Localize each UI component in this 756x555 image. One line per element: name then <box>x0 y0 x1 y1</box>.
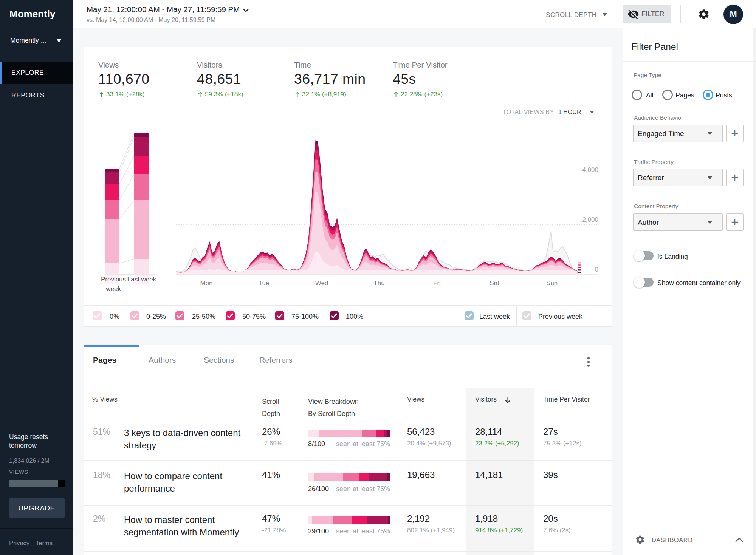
svg-text:Sun: Sun <box>546 280 558 287</box>
svg-text:Wed: Wed <box>315 280 328 287</box>
svg-text:4,000: 4,000 <box>582 166 598 173</box>
svg-text:Fri: Fri <box>433 280 441 287</box>
svg-text:Thu: Thu <box>373 280 384 287</box>
svg-text:Last week: Last week <box>127 276 156 283</box>
svg-text:Previous: Previous <box>101 276 126 283</box>
svg-text:Sat: Sat <box>490 280 499 287</box>
svg-text:week: week <box>105 285 121 292</box>
svg-text:Mon: Mon <box>200 280 212 287</box>
svg-text:Tue: Tue <box>259 280 270 287</box>
svg-text:0: 0 <box>595 266 598 273</box>
svg-text:2,000: 2,000 <box>582 216 598 223</box>
